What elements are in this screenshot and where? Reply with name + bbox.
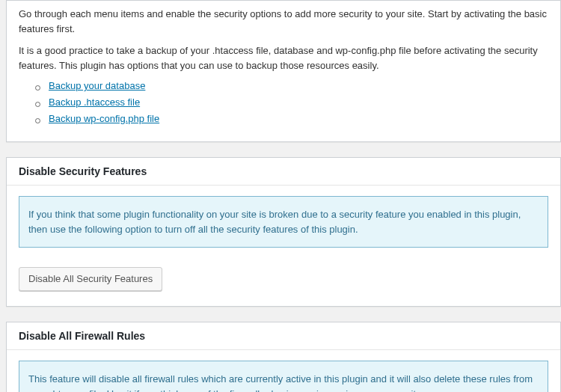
list-item: Backup wp-config.php file: [35, 113, 548, 124]
disable-firewall-heading: Disable All Firewall Rules: [7, 322, 560, 350]
disable-firewall-panel: Disable All Firewall Rules This feature …: [6, 322, 561, 392]
list-item: Backup your database: [35, 80, 548, 91]
disable-firewall-body: This feature will disable all firewall r…: [7, 350, 560, 392]
intro-text-2: It is a good practice to take a backup o…: [19, 43, 548, 73]
backup-links-list: Backup your database Backup .htaccess fi…: [19, 80, 548, 124]
intro-panel: Go through each menu items and enable th…: [6, 0, 561, 142]
disable-security-body: If you think that some plugin functional…: [7, 186, 560, 306]
disable-security-heading: Disable Security Features: [7, 158, 560, 186]
backup-htaccess-link[interactable]: Backup .htaccess file: [49, 97, 140, 108]
backup-database-link[interactable]: Backup your database: [49, 80, 145, 91]
intro-text-1: Go through each menu items and enable th…: [19, 7, 548, 36]
disable-all-security-button[interactable]: Disable All Security Features: [19, 267, 162, 291]
disable-security-info: If you think that some plugin functional…: [19, 196, 548, 248]
list-item: Backup .htaccess file: [35, 97, 548, 108]
backup-wpconfig-link[interactable]: Backup wp-config.php file: [49, 113, 159, 124]
disable-firewall-info: This feature will disable all firewall r…: [19, 361, 548, 392]
disable-security-panel: Disable Security Features If you think t…: [6, 157, 561, 307]
